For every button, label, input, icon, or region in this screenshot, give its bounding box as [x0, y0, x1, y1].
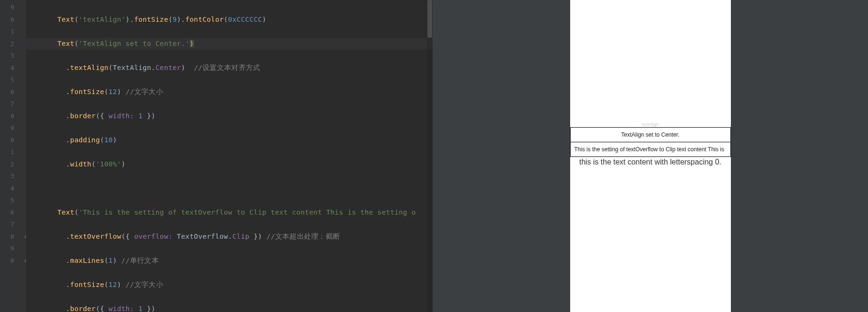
code-editor[interactable]: 9012345678901234567890 💡 ⊖ ⊖ Text('textA…	[0, 0, 433, 312]
preview-text-clipped: This is the setting of textOverflow to C…	[570, 142, 731, 157]
code-line: .textOverflow({ overflow: TextOverflow.C…	[40, 231, 433, 243]
code-line: Text('This is the setting of textOverflo…	[40, 207, 433, 219]
code-line: .maxLines(1) //单行文本	[40, 255, 433, 267]
device-preview[interactable]: textAlign TextAlign set to Center. This …	[570, 0, 731, 312]
preview-section-label: textAlign	[570, 121, 731, 127]
code-line: .width('100%')	[40, 158, 433, 171]
code-line: .textAlign(TextAlign.Center) //设置文本对齐方式	[40, 62, 433, 74]
preview-text-centered: TextAlign set to Center.	[570, 127, 731, 142]
scrollbar-thumb[interactable]	[427, 0, 432, 38]
line-number-gutter: 9012345678901234567890	[0, 0, 26, 312]
code-line: .padding(10)	[40, 134, 433, 147]
vertical-scrollbar[interactable]	[427, 0, 433, 312]
code-line: .fontSize(12) //文字大小	[40, 86, 433, 98]
preview-text-lowercase: this is the text content with letterspac…	[570, 157, 731, 167]
preview-panel: textAlign TextAlign set to Center. This …	[433, 0, 868, 312]
code-content[interactable]: Text('textAlign').fontSize(9).fontColor(…	[26, 0, 433, 312]
preview-content: textAlign TextAlign set to Center. This …	[570, 121, 731, 167]
code-line: Text('textAlign').fontSize(9).fontColor(…	[40, 14, 433, 26]
code-line: .fontSize(12) //文字大小	[40, 279, 433, 291]
code-line	[40, 182, 433, 195]
code-line: .border({ width: 1 })	[40, 110, 433, 122]
code-line: .border({ width: 1 })	[40, 303, 433, 312]
